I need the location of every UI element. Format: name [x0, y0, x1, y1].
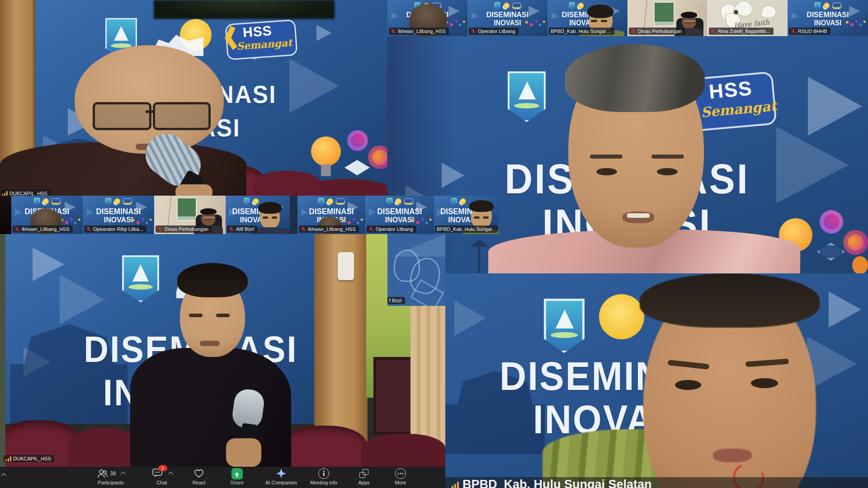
- participant-name-label: BPBD_Kab. Hulu Sungai .: [435, 225, 498, 233]
- speaker-shirt: [130, 348, 291, 467]
- balloon-art: [524, 18, 546, 29]
- backdrop-triangle: [454, 300, 486, 336]
- orange-blob: [852, 256, 868, 274]
- participant-tile[interactable]: DISEMINASI INOVASI Ikhwan_Litbang_HSS: [387, 0, 467, 36]
- shield-logo-mini: [451, 198, 457, 205]
- speaker-hair: [177, 263, 248, 297]
- participant-tile[interactable]: DISEMINASI INOVASI BPBD_Kab. Hulu Sungai…: [434, 196, 499, 234]
- person-eye: [483, 216, 489, 219]
- video-speaker-main[interactable]: HSS Semangat DISEMINASI INOVASI: [387, 36, 868, 274]
- signal-bars-icon: [5, 456, 11, 461]
- participant-tile[interactable]: DISEMINASI INOVASI RSUD BHHB: [788, 0, 868, 36]
- participant-tile[interactable]: Dinas Perhubungan: [154, 196, 226, 234]
- award-logo-mini: [327, 198, 333, 204]
- tile-title-line2: INOVASI: [226, 216, 290, 225]
- mini-logos: [815, 2, 841, 9]
- participants-label: Participants: [98, 480, 123, 485]
- participant-tile[interactable]: DISEMINASI INOVASI Afif Bizri: [226, 196, 290, 234]
- speaker-head: [75, 45, 224, 154]
- award-logo-mini: [43, 198, 49, 204]
- muted-mic-icon: [391, 28, 396, 34]
- wall-poster: [654, 2, 675, 26]
- video-afif-sliver[interactable]: f Bizri: [387, 234, 445, 306]
- more-icon: [395, 468, 406, 479]
- shield-sail: [519, 81, 536, 99]
- shield-logo-mini: [318, 198, 324, 205]
- video-stage-top[interactable]: HSS Semangat DISEMINASI INOVASI: [0, 0, 387, 199]
- participant-tile[interactable]: DISEMINASI INOVASI Operator Litbang: [467, 0, 547, 36]
- right-eye: [657, 168, 678, 175]
- participant-name: RSUD BHHB: [798, 28, 827, 34]
- participant-tile[interactable]: DISEMINASI INOVASI BPBD_Kab. Hulu Sungai…: [547, 0, 627, 36]
- bulb-base: [321, 164, 331, 176]
- participant-name: Dinas Perhubungan: [165, 226, 208, 232]
- react-label: React: [193, 480, 206, 485]
- participant-name-label: f Bizri: [387, 297, 405, 304]
- award-logo-mini: [460, 198, 466, 204]
- ai-companion-label: AI Companion: [265, 480, 297, 485]
- collapse-caret[interactable]: [2, 471, 5, 479]
- award-logo-mini: [396, 198, 401, 204]
- muted-mic-icon: [471, 28, 476, 34]
- more-label: More: [395, 480, 406, 485]
- teeth: [627, 213, 650, 218]
- person-eye: [263, 216, 268, 219]
- backdrop-triangle: [33, 248, 64, 281]
- tile-title-line2: INOVASI: [547, 19, 627, 27]
- award-logo-mini: [253, 198, 259, 204]
- gear-orange: [368, 145, 387, 169]
- mini-logos: [318, 198, 344, 205]
- participant-tile[interactable]: Dinas Perhubungan: [627, 0, 708, 36]
- right-eye: [216, 314, 230, 317]
- shield-arc: [514, 103, 539, 108]
- share-button[interactable]: Share: [212, 468, 262, 487]
- video-closeup[interactable]: DISEMINASI INOVASI H BPBD_Kab. Hulu Sung…: [445, 273, 868, 488]
- shield-logo-mini: [34, 198, 40, 205]
- shield-logo-mini: [244, 198, 250, 205]
- mini-logos: [495, 2, 521, 9]
- participant-name-label: Ikhwan_Litbang_HSS: [299, 225, 359, 233]
- participants-count: 38: [110, 470, 116, 477]
- participant-tile[interactable]: DISEMINASI INOVASI Operator Litbang: [365, 196, 434, 234]
- video-stage-bottom[interactable]: DISEMINASI INOVASI DUKCAPI: [0, 234, 445, 467]
- participant-tile[interactable]: DISEMINASI INOVASI Ikhwan_Litbang_HSS: [11, 196, 83, 234]
- more-button[interactable]: More: [376, 468, 425, 487]
- bulb: [311, 136, 341, 166]
- participant-tile[interactable]: DISEMINASI INOVASI Ikhwan_Litbang_HSS: [297, 196, 365, 234]
- glasses-left-lens: [93, 102, 151, 130]
- muted-mic-icon: [791, 28, 796, 34]
- caption-bar: BPBD_Kab. Hulu Sungai Selatan: [445, 477, 868, 488]
- muted-mic-icon: [368, 226, 374, 232]
- apps-icon: [359, 469, 368, 478]
- innovation-award-logo: [599, 294, 644, 339]
- lips: [713, 449, 752, 462]
- person-hair: [200, 208, 217, 215]
- right-brow: [651, 155, 684, 159]
- participant-name-label: Operator Litbang: [469, 28, 519, 35]
- participant-name: Dinas Perhubungan: [638, 28, 682, 34]
- participant-name-label: Ikhwan_Litbang_HSS: [13, 225, 73, 233]
- shield-logo-mini: [569, 2, 575, 9]
- ai-companion-icon: [276, 469, 286, 479]
- award-logo-mini: [504, 3, 509, 9]
- shield-sail: [132, 264, 149, 282]
- share-label: Share: [230, 480, 243, 485]
- participants-button[interactable]: 38 Participants: [86, 468, 136, 487]
- mini-logos: [451, 198, 466, 205]
- left-eye: [675, 380, 701, 390]
- meeting-toolbar: 38 Participants 2 Chat React Share: [0, 467, 445, 488]
- hss-logo-mini: [833, 3, 841, 9]
- participant-name: Operator Litbang: [376, 226, 413, 232]
- backdrop-triangle: [829, 291, 861, 328]
- person-hair: [469, 200, 494, 212]
- participant-name-label: Dinas Perhubungan: [629, 28, 685, 35]
- participant-tile[interactable]: Have faith Rina Zulelli_Bappelitb...: [708, 0, 788, 36]
- gear-pink: [347, 130, 368, 151]
- participant-tile[interactable]: DISEMINASI INOVASI Opearator Rifqi Litba…: [83, 196, 154, 234]
- chevron-up-icon[interactable]: [168, 472, 173, 477]
- light-switch: [338, 252, 354, 280]
- person-eye: [601, 20, 607, 22]
- chevron-up-icon[interactable]: [120, 472, 125, 477]
- hss-logo-mini: [513, 3, 521, 9]
- hair: [640, 273, 820, 328]
